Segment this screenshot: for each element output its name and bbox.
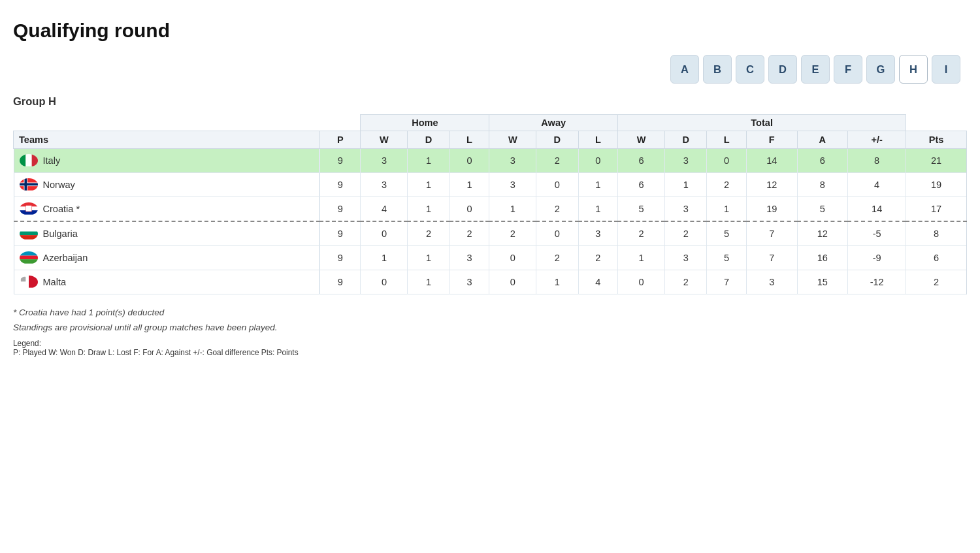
cell-total_l: 5 (707, 221, 747, 246)
cell-a: 12 (797, 221, 848, 246)
cell-total_l: 2 (707, 173, 747, 197)
tab-c[interactable]: C (736, 55, 764, 84)
tab-d[interactable]: D (768, 55, 797, 84)
team-cell[interactable]: Azerbaijan (14, 246, 320, 270)
section-home: Home (361, 115, 489, 131)
cell-plusminus: 8 (848, 149, 906, 173)
col-away-w: W (489, 131, 536, 149)
cell-p: 9 (320, 246, 361, 270)
cell-total_d: 3 (665, 149, 707, 173)
cell-home_l: 0 (449, 149, 489, 173)
svg-rect-2 (31, 154, 37, 166)
flag-croatia (20, 202, 38, 215)
standings-table: Home Away Total Teams P W D L W D L W D … (13, 114, 967, 294)
col-total-l: L (707, 131, 747, 149)
flag-malta (20, 276, 38, 289)
svg-rect-20 (29, 276, 38, 288)
cell-p: 9 (320, 221, 361, 246)
group-tabs: A B C D E F G H I (13, 55, 967, 84)
legend-label: Legend: (13, 339, 41, 348)
cell-home_l: 2 (449, 221, 489, 246)
cell-away_w: 0 (489, 270, 536, 294)
svg-rect-7 (24, 178, 27, 191)
flag-bulgaria (20, 227, 38, 240)
cell-a: 8 (797, 173, 848, 197)
col-plusminus: +/- (848, 131, 906, 149)
cell-away_w: 0 (489, 246, 536, 270)
tab-e[interactable]: E (801, 55, 830, 84)
cell-home_l: 3 (449, 246, 489, 270)
cell-f: 7 (746, 221, 797, 246)
cell-total_l: 5 (707, 246, 747, 270)
cell-a: 15 (797, 270, 848, 294)
table-row: Norway9311301612128419 (14, 173, 967, 197)
col-pts: Pts (906, 131, 967, 149)
cell-home_d: 2 (408, 221, 449, 246)
cell-away_l: 2 (578, 246, 618, 270)
tab-f[interactable]: F (834, 55, 862, 84)
svg-rect-17 (20, 256, 38, 260)
cell-total_w: 6 (618, 173, 665, 197)
cell-away_d: 2 (536, 149, 578, 173)
cell-plusminus: -12 (848, 270, 906, 294)
cell-total_d: 1 (665, 173, 707, 197)
group-label: Group H (13, 95, 967, 108)
cell-home_d: 1 (408, 197, 449, 222)
cell-total_l: 1 (707, 197, 747, 222)
tab-g[interactable]: G (866, 55, 895, 84)
tab-h[interactable]: H (899, 55, 928, 84)
cell-a: 6 (797, 149, 848, 173)
svg-rect-21 (20, 277, 25, 281)
tab-i[interactable]: I (932, 55, 960, 84)
cell-total_l: 7 (707, 270, 747, 294)
table-row: Malta9013014027315-122 (14, 270, 967, 294)
cell-home_l: 3 (449, 270, 489, 294)
cell-total_w: 6 (618, 149, 665, 173)
cell-away_w: 3 (489, 149, 536, 173)
team-name: Azerbaijan (43, 253, 88, 263)
col-total-d: D (665, 131, 707, 149)
cell-away_l: 4 (578, 270, 618, 294)
cell-a: 5 (797, 197, 848, 222)
cell-home_w: 0 (361, 270, 408, 294)
cell-home_w: 1 (361, 246, 408, 270)
cell-away_l: 0 (578, 149, 618, 173)
footnotes: * Croatia have had 1 point(s) deducted S… (13, 308, 967, 357)
col-p: P (320, 131, 361, 149)
cell-total_d: 3 (665, 246, 707, 270)
cell-away_d: 2 (536, 197, 578, 222)
col-home-l: L (449, 131, 489, 149)
cell-away_l: 3 (578, 221, 618, 246)
cell-total_w: 0 (618, 270, 665, 294)
table-row: Bulgaria9022203225712-58 (14, 221, 967, 246)
team-name: Malta (43, 277, 67, 287)
footnote-deduction: * Croatia have had 1 point(s) deducted (13, 308, 967, 317)
svg-rect-14 (20, 232, 38, 236)
cell-pts: 17 (906, 197, 967, 222)
flag-norway (20, 178, 38, 191)
tab-b[interactable]: B (703, 55, 732, 84)
cell-home_w: 3 (361, 173, 408, 197)
team-cell[interactable]: Bulgaria (14, 222, 320, 245)
cell-plusminus: -9 (848, 246, 906, 270)
svg-rect-0 (20, 154, 25, 166)
team-cell[interactable]: Croatia * (14, 197, 320, 221)
team-cell[interactable]: Malta (14, 270, 320, 294)
svg-rect-6 (20, 183, 38, 185)
cell-plusminus: -5 (848, 221, 906, 246)
section-away: Away (489, 115, 618, 131)
team-cell[interactable]: Norway (14, 173, 320, 197)
cell-home_d: 1 (408, 173, 449, 197)
col-home-d: D (408, 131, 449, 149)
cell-total_w: 1 (618, 246, 665, 270)
cell-away_d: 0 (536, 221, 578, 246)
tab-a[interactable]: A (670, 55, 699, 84)
cell-home_l: 0 (449, 197, 489, 222)
team-name: Norway (43, 180, 75, 190)
cell-away_l: 1 (578, 197, 618, 222)
footnote-provisional: Standings are provisional until all grou… (13, 323, 967, 332)
section-total: Total (618, 115, 906, 131)
team-cell[interactable]: Italy (14, 149, 320, 172)
legend-text: P: Played W: Won D: Draw L: Lost F: For … (13, 348, 299, 357)
col-away-d: D (536, 131, 578, 149)
